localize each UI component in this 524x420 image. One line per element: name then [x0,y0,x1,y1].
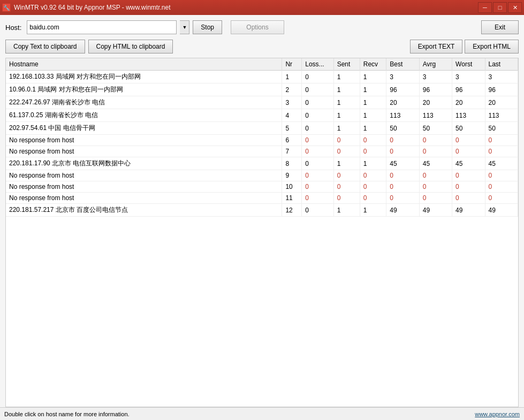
table-cell: 113 [419,109,452,122]
export-html-button[interactable]: Export HTML [465,40,519,54]
host-dropdown-arrow[interactable]: ▼ [180,20,189,34]
table-cell: 0 [485,193,518,204]
table-cell: 0 [419,135,452,146]
exit-button[interactable]: Exit [481,20,519,34]
table-cell: 4 [282,109,302,122]
table-cell: 1 [360,157,386,170]
table-row[interactable]: No response from host60000000 [6,135,518,146]
table-row[interactable]: No response from host90000000 [6,170,518,181]
table-cell: 61.137.0.25 湖南省长沙市 电信 [6,109,282,122]
table-cell: 220.181.57.217 北京市 百度公司电信节点 [6,204,282,217]
table-cell: No response from host [6,193,282,204]
table-cell: 113 [485,109,518,122]
table-cell: 20 [452,96,485,109]
copy-html-button[interactable]: Copy HTML to clipboard [88,40,173,54]
stop-button[interactable]: Stop [193,20,222,34]
table-row[interactable]: 61.137.0.25 湖南省长沙市 电信4011113113113113 [6,109,518,122]
table-cell: 1 [333,157,360,170]
table-cell: 0 [302,146,333,157]
table-cell: 7 [282,146,302,157]
table-cell: 0 [333,135,360,146]
copy-text-button[interactable]: Copy Text to clipboard [5,40,85,54]
table-row[interactable]: 222.247.26.97 湖南省长沙市 电信301120202020 [6,96,518,109]
table-cell: 49 [485,204,518,217]
table-cell: 10 [282,181,302,193]
table-row[interactable]: 202.97.54.61 中国 电信骨干网501150505050 [6,122,518,135]
status-link[interactable]: www.appnor.com [475,411,520,417]
host-input[interactable] [27,20,177,34]
export-text-button[interactable]: Export TEXT [410,40,462,54]
table-cell: 1 [333,96,360,109]
table-cell: 1 [360,122,386,135]
table-cell: 202.97.54.61 中国 电信骨干网 [6,122,282,135]
table-cell: 20 [386,96,419,109]
table-cell: No response from host [6,181,282,193]
table-cell: 113 [386,109,419,122]
table-cell: 96 [452,83,485,96]
table-cell: 113 [452,109,485,122]
table-row[interactable]: No response from host70000000 [6,146,518,157]
table-cell: 50 [419,122,452,135]
options-button[interactable]: Options [231,20,284,34]
col-header-hostname: Hostname [6,58,282,71]
trace-table: Hostname Nr Loss... Sent Recv Best Avrg … [6,58,518,217]
table-cell: 222.247.26.97 湖南省长沙市 电信 [6,96,282,109]
minimize-button[interactable]: ─ [478,2,492,13]
table-cell: 50 [386,122,419,135]
table-cell: 0 [302,157,333,170]
table-body: 192.168.103.33 局域网 对方和您在同一内部网1011333310.… [6,71,518,217]
table-row[interactable]: No response from host100000000 [6,181,518,193]
col-header-recv: Recv [360,58,386,71]
table-row[interactable]: 220.181.17.90 北京市 电信互联网数据中心801145454545 [6,157,518,170]
table-cell: 0 [386,135,419,146]
table-cell: 49 [452,204,485,217]
table-cell: 9 [282,170,302,181]
table-cell: 50 [485,122,518,135]
table-cell: 45 [419,157,452,170]
window-controls: ─ □ ✕ [478,2,522,13]
table-cell: 20 [419,96,452,109]
status-bar: Double click on host name for more infor… [0,407,524,420]
col-header-nr: Nr [282,58,302,71]
table-cell: 0 [302,204,333,217]
table-cell: 3 [419,71,452,83]
table-row[interactable]: No response from host110000000 [6,193,518,204]
table-cell: 10.96.0.1 局域网 对方和您在同一内部网 [6,83,282,96]
table-cell: 12 [282,204,302,217]
table-cell: 0 [333,181,360,193]
restore-button[interactable]: □ [493,2,507,13]
table-cell: 2 [282,83,302,96]
window-title: WinMTR v0.92 64 bit by Appnor MSP - www.… [14,4,171,11]
host-label: Host: [5,24,21,32]
close-button[interactable]: ✕ [508,2,522,13]
table-cell: 3 [282,96,302,109]
table-cell: 0 [302,122,333,135]
table-cell: 49 [419,204,452,217]
table-cell: 0 [302,83,333,96]
table-cell: 96 [419,83,452,96]
table-cell: 1 [360,204,386,217]
trace-table-container[interactable]: Hostname Nr Loss... Sent Recv Best Avrg … [5,58,519,407]
table-cell: 20 [485,96,518,109]
table-cell: 0 [386,146,419,157]
table-cell: 0 [333,193,360,204]
table-cell: 96 [386,83,419,96]
table-cell: 0 [452,135,485,146]
table-cell: 6 [282,135,302,146]
table-cell: 96 [485,83,518,96]
table-cell: No response from host [6,170,282,181]
table-cell: 0 [386,193,419,204]
table-cell: 1 [333,122,360,135]
table-cell: 0 [302,71,333,83]
table-row[interactable]: 192.168.103.33 局域网 对方和您在同一内部网10113333 [6,71,518,83]
table-row[interactable]: 10.96.0.1 局域网 对方和您在同一内部网201196969696 [6,83,518,96]
col-header-avrg: Avrg [419,58,452,71]
table-cell: 0 [452,193,485,204]
table-cell: 0 [360,193,386,204]
table-row[interactable]: 220.181.57.217 北京市 百度公司电信节点1201149494949 [6,204,518,217]
table-cell: 0 [485,181,518,193]
table-cell: 0 [419,170,452,181]
table-cell: 5 [282,122,302,135]
table-cell: 0 [485,146,518,157]
table-cell: 0 [452,170,485,181]
